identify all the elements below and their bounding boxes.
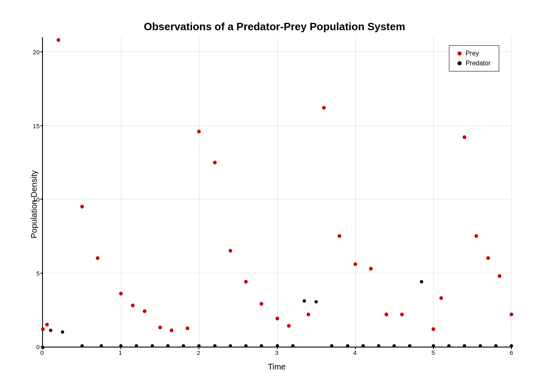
prey-point <box>228 249 232 253</box>
predator-point <box>479 344 482 347</box>
x-tick-label: 1 <box>118 349 122 356</box>
predator-point <box>494 344 498 347</box>
prey-point <box>400 312 404 316</box>
prey-point <box>431 327 435 331</box>
prey-point <box>244 280 248 284</box>
chart-container: Observations of a Predator-Prey Populati… <box>29 20 520 372</box>
prey-point <box>197 130 201 134</box>
prey-point <box>385 312 388 316</box>
prey-point <box>131 303 134 307</box>
predator-point <box>362 344 365 347</box>
prey-point <box>96 256 99 260</box>
prey-point <box>439 296 443 300</box>
predator-point <box>244 344 248 347</box>
predator-point <box>61 330 64 334</box>
predator-point <box>182 344 185 347</box>
predator-point <box>135 344 138 347</box>
legend-item: Predator <box>458 60 491 67</box>
predator-point <box>420 280 423 283</box>
prey-point <box>306 312 310 316</box>
predator-point <box>377 344 380 347</box>
predator-point <box>80 344 84 347</box>
predator-point <box>432 344 435 347</box>
prey-point <box>322 106 326 110</box>
prey-point <box>158 326 162 330</box>
chart-area: Population Density 05101520PreyPredator … <box>29 37 520 372</box>
prey-point <box>338 234 341 238</box>
prey-point <box>353 262 357 266</box>
prey-point <box>260 302 263 306</box>
chart-with-xaxis: 05101520PreyPredator 0123456 Time <box>42 37 520 372</box>
prey-point <box>41 327 45 331</box>
prey-point <box>143 310 146 313</box>
plot-region: 05101520PreyPredator <box>42 37 511 347</box>
x-tick-container: 0123456 <box>42 347 511 359</box>
prey-point <box>185 326 189 330</box>
prey-point <box>463 136 466 139</box>
prey-point <box>510 312 513 316</box>
x-axis-title: Time <box>42 362 511 372</box>
x-tick-label: 4 <box>353 349 357 356</box>
prey-point <box>498 274 502 278</box>
predator-point <box>315 300 318 303</box>
predator-point <box>260 344 263 347</box>
x-tick-label: 6 <box>510 349 513 356</box>
legend-dot <box>458 61 462 65</box>
predator-point <box>303 299 306 303</box>
predator-point <box>393 344 396 347</box>
predator-point <box>151 344 154 347</box>
prey-point <box>486 256 490 260</box>
prey-point <box>80 205 84 209</box>
x-tick-label: 3 <box>275 349 278 356</box>
legend: PreyPredator <box>449 45 499 71</box>
prey-point <box>275 317 279 321</box>
prey-point <box>213 160 216 164</box>
predator-point <box>291 344 295 347</box>
predator-point <box>197 344 201 347</box>
prey-point <box>474 234 478 238</box>
predator-point <box>447 344 451 347</box>
predator-point <box>510 344 513 347</box>
legend-item: Prey <box>458 50 491 57</box>
y-axis-label: Population Density <box>29 170 39 238</box>
predator-point <box>408 344 411 347</box>
x-tick-label: 0 <box>40 349 44 356</box>
x-tick-label: 2 <box>197 349 200 356</box>
predator-point <box>100 344 103 347</box>
predator-point <box>49 329 52 332</box>
x-tick-label: 5 <box>431 349 435 356</box>
predator-point <box>119 344 123 347</box>
chart-title: Observations of a Predator-Prey Populati… <box>144 20 405 33</box>
predator-point <box>166 344 170 347</box>
predator-point <box>229 344 232 347</box>
prey-point <box>287 324 291 328</box>
prey-point <box>45 323 49 326</box>
predator-point <box>463 344 466 347</box>
predator-point <box>346 344 349 347</box>
legend-label: Prey <box>466 50 479 57</box>
prey-point <box>369 267 373 270</box>
prey-point <box>119 292 123 296</box>
predator-point <box>330 344 333 347</box>
legend-dot <box>458 51 462 56</box>
prey-point <box>170 329 174 332</box>
prey-point <box>57 38 60 42</box>
predator-point <box>276 344 279 347</box>
predator-point <box>213 344 216 347</box>
legend-label: Predator <box>466 60 491 67</box>
